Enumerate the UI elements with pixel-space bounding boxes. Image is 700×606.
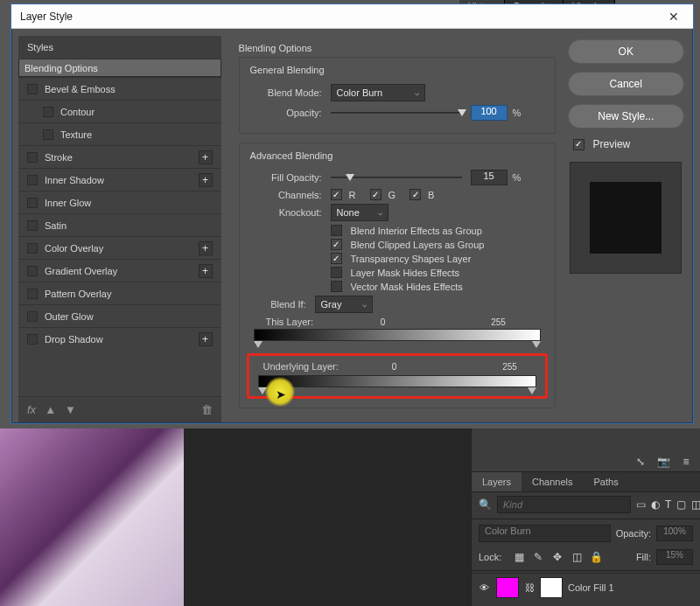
style-row-satin[interactable]: Satin xyxy=(18,213,221,236)
channel-g-checkbox[interactable] xyxy=(370,189,382,200)
style-checkbox-bevel[interactable] xyxy=(27,84,38,94)
filter-pixel-icon[interactable]: ▭ xyxy=(636,498,646,512)
cancel-button[interactable]: Cancel xyxy=(568,72,684,96)
lock-all-icon[interactable]: 🔒 xyxy=(589,550,603,564)
adv-opt-checkbox-1[interactable] xyxy=(331,239,342,250)
layer-opacity-value[interactable]: 100% xyxy=(656,526,693,541)
move-up-icon[interactable]: ▲ xyxy=(45,403,56,416)
fillopacity-slider[interactable] xyxy=(331,177,462,178)
blendif-channel-select[interactable]: Gray ⌵ xyxy=(315,296,373,313)
tab-channels[interactable]: Channels xyxy=(522,472,583,491)
move-down-icon[interactable]: ▼ xyxy=(65,403,76,416)
style-row-pattern-overlay[interactable]: Pattern Overlay xyxy=(18,282,221,304)
this-layer-handle-right[interactable] xyxy=(532,341,541,348)
layer-row[interactable]: 👁 ⛓ Color Fill 1 xyxy=(472,573,700,602)
style-row-drop-shadow[interactable]: Drop Shadow+ xyxy=(18,327,221,350)
titlebar[interactable]: Layer Style ✕ xyxy=(11,4,693,29)
adv-opt-label-0: Blend Interior Effects as Group xyxy=(351,226,482,236)
add-effect-color-overlay[interactable]: + xyxy=(199,241,213,255)
close-icon: ✕ xyxy=(668,10,679,24)
adv-opt-checkbox-3[interactable] xyxy=(331,267,342,278)
style-row-inner-glow[interactable]: Inner Glow xyxy=(18,191,221,213)
fillopacity-input[interactable]: 15 xyxy=(471,170,508,185)
adv-opt-checkbox-0[interactable] xyxy=(331,225,342,236)
style-checkbox-pattern-overlay[interactable] xyxy=(27,289,38,299)
opacity-label: Opacity: xyxy=(247,108,326,118)
lock-transparent-icon[interactable]: ▦ xyxy=(512,550,526,564)
this-layer-gradient[interactable] xyxy=(254,329,541,341)
close-button[interactable]: ✕ xyxy=(654,4,693,29)
chevron-down-icon: ⌵ xyxy=(362,300,367,309)
visibility-icon[interactable]: 👁 xyxy=(477,582,491,593)
chevron-down-icon: ⌵ xyxy=(415,88,419,97)
style-checkbox-contour[interactable] xyxy=(43,107,53,117)
knockout-value: None xyxy=(337,207,360,218)
layer-mask-thumbnail[interactable] xyxy=(540,577,563,598)
layer-thumbnail[interactable] xyxy=(496,577,519,598)
style-row-blending-options[interactable]: Blending Options xyxy=(18,59,221,77)
underlying-gradient[interactable] xyxy=(258,375,536,387)
panel-camera-icon[interactable]: 📷 xyxy=(656,455,670,469)
style-row-contour[interactable]: Contour xyxy=(18,100,221,122)
style-row-stroke[interactable]: Stroke+ xyxy=(18,145,221,168)
style-checkbox-inner-shadow[interactable] xyxy=(27,175,38,185)
preview-checkbox[interactable] xyxy=(573,139,584,150)
style-checkbox-satin[interactable] xyxy=(27,220,38,231)
filter-type-icon[interactable]: T xyxy=(665,498,671,512)
style-row-inner-shadow[interactable]: Inner Shadow+ xyxy=(18,168,221,191)
panel-menu-icon[interactable]: ≡ xyxy=(679,455,693,469)
style-label-texture: Texture xyxy=(60,129,92,140)
layer-filter-input[interactable] xyxy=(497,496,631,513)
lock-artboard-icon[interactable]: ◫ xyxy=(570,550,584,564)
style-row-texture[interactable]: Texture xyxy=(18,122,221,145)
style-row-outer-glow[interactable]: Outer Glow xyxy=(18,304,221,327)
add-effect-inner-shadow[interactable]: + xyxy=(199,173,213,187)
opacity-slider[interactable] xyxy=(331,112,462,114)
lock-pixels-icon[interactable]: ✎ xyxy=(531,550,545,564)
blend-mode-label: Blend Mode: xyxy=(247,87,326,98)
channel-r-checkbox[interactable] xyxy=(331,189,342,200)
style-checkbox-color-overlay[interactable] xyxy=(27,243,38,254)
lock-position-icon[interactable]: ✥ xyxy=(550,550,564,564)
add-effect-drop-shadow[interactable]: + xyxy=(199,332,213,346)
layer-fill-value[interactable]: 15% xyxy=(656,549,693,565)
style-row-gradient-overlay[interactable]: Gradient Overlay+ xyxy=(18,259,221,282)
fillopacity-knob[interactable] xyxy=(346,174,354,181)
underlying-handle-right[interactable] xyxy=(528,387,536,394)
adv-opt-checkbox-2[interactable] xyxy=(331,253,342,264)
blend-mode-select[interactable]: Color Burn ⌵ xyxy=(331,84,425,101)
trash-icon[interactable]: 🗑 xyxy=(201,403,213,416)
adv-opt-label-3: Layer Mask Hides Effects xyxy=(351,268,460,278)
lock-label: Lock: xyxy=(479,552,501,562)
channel-b-checkbox[interactable] xyxy=(410,189,421,200)
filter-smart-icon[interactable]: ◫ xyxy=(691,498,700,512)
add-effect-stroke[interactable]: + xyxy=(199,150,213,164)
layer-name[interactable]: Color Fill 1 xyxy=(568,582,614,593)
filter-shape-icon[interactable]: ▢ xyxy=(676,498,686,512)
styles-column: Styles Blending OptionsBevel & EmbossCon… xyxy=(18,36,221,422)
style-checkbox-gradient-overlay[interactable] xyxy=(27,266,38,276)
filter-adjust-icon[interactable]: ◐ xyxy=(651,498,660,512)
style-row-color-overlay[interactable]: Color Overlay+ xyxy=(18,236,221,259)
ok-button[interactable]: OK xyxy=(568,39,684,64)
style-checkbox-outer-glow[interactable] xyxy=(27,311,38,322)
this-layer-hi: 255 xyxy=(472,317,525,327)
opacity-input[interactable]: 100 xyxy=(471,105,508,121)
panel-collapse-icon[interactable]: ⤡ xyxy=(634,455,648,469)
style-checkbox-stroke[interactable] xyxy=(27,152,38,163)
adv-opt-checkbox-4[interactable] xyxy=(331,281,342,292)
add-effect-gradient-overlay[interactable]: + xyxy=(199,264,213,278)
layer-blendmode-select[interactable]: Color Burn xyxy=(479,525,611,542)
style-row-bevel[interactable]: Bevel & Emboss xyxy=(18,77,221,100)
new-style-button[interactable]: New Style... xyxy=(568,104,684,129)
tab-layers[interactable]: Layers xyxy=(472,472,522,491)
tab-paths[interactable]: Paths xyxy=(584,472,629,491)
opacity-knob[interactable] xyxy=(458,109,466,116)
style-checkbox-drop-shadow[interactable] xyxy=(27,334,38,345)
fx-menu-icon[interactable]: fx xyxy=(27,403,36,416)
link-mask-icon[interactable]: ⛓ xyxy=(524,582,535,593)
style-checkbox-texture[interactable] xyxy=(43,129,53,140)
this-layer-handle-left[interactable] xyxy=(254,341,262,348)
style-checkbox-inner-glow[interactable] xyxy=(27,198,38,208)
knockout-select[interactable]: None ⌵ xyxy=(331,204,388,221)
